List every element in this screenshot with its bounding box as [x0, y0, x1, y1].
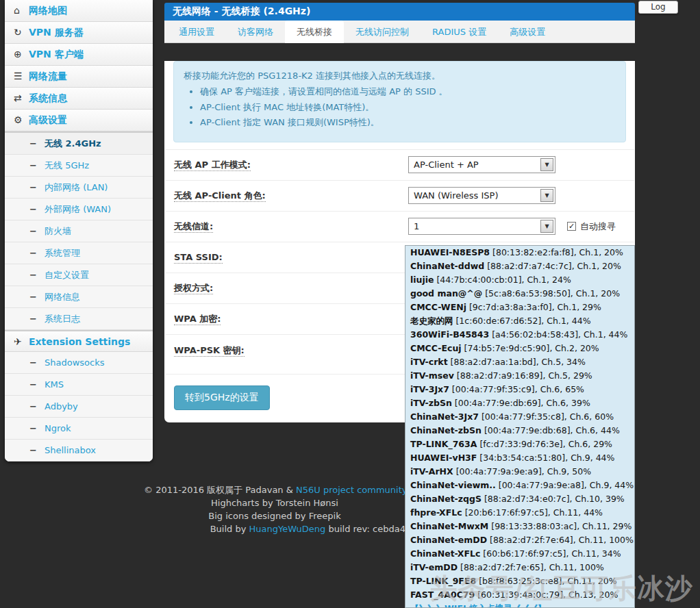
sidebar-item-label: Extension Settings	[29, 336, 130, 347]
tab[interactable]: 访客网络	[226, 21, 285, 42]
wifi-ssid: ChinaNet-zqgS	[410, 494, 482, 504]
wifi-scan-option[interactable]: iTV-ArHX [00:4a:77:9a:9e:a9], Ch.9, 50%	[405, 465, 634, 479]
log-button[interactable]: Log	[638, 1, 678, 14]
sidebar-subitem[interactable]: −系统日志	[5, 308, 153, 330]
channel-value: 1	[414, 221, 419, 231]
sidebar-item[interactable]: ⇄系统信息	[5, 88, 153, 110]
wifi-details: [1c:60:de:67:d6:52], Ch.1, 44%	[453, 316, 591, 326]
wifi-details: [88:a2:d7:2f:7e:64], Ch.11, 100%	[487, 535, 634, 545]
sidebar-subitem-label: 无线 5GHz	[45, 160, 89, 170]
auto-search-checkbox[interactable]: ✓	[567, 222, 576, 231]
sidebar-item[interactable]: ⚙高级设置	[5, 110, 153, 131]
wifi-scan-option[interactable]: FAST_4A0C79 [60:31:39:4a:0c:79], Ch.13, …	[405, 588, 634, 602]
dash-icon: −	[29, 374, 45, 395]
tab[interactable]: 无线桥接	[285, 21, 344, 43]
auto-search-label: 自动搜寻	[580, 220, 616, 233]
wifi-scan-option[interactable]: 老史家的网 [1c:60:de:67:d6:52], Ch.1, 44%	[405, 314, 634, 328]
tab-label: 无线桥接	[297, 27, 332, 37]
sidebar-subitem-label: 外部网络 (WAN)	[45, 204, 111, 214]
wifi-ssid: TP-LINK_9FE8	[410, 576, 476, 586]
wifi-scan-option[interactable]: ChinaNet-MwxM [98:13:33:88:03:ac], Ch.11…	[405, 520, 634, 533]
page-title: 无线网络 - 无线桥接 (2.4GHz)	[164, 3, 635, 21]
sidebar-item-label: 网络地图	[29, 5, 67, 16]
sidebar-subitem[interactable]: −系统管理	[5, 242, 153, 264]
wifi-scan-option[interactable]: iTV-crkt [88:a2:d7:aa:1a:bd], Ch.5, 34%	[405, 355, 634, 369]
wifi-ssid: ChinaNet-3Jx7	[410, 411, 479, 422]
wifi-scan-option[interactable]: ChinaNet-zbSn [00:4a:77:9e:db:68], Ch.6,…	[405, 424, 634, 438]
wifi-scan-option[interactable]: CMCC-Ecuj [74:b5:7e:9d:c5:90], Ch.2, 20%	[405, 342, 634, 355]
wifi-details: [60:31:39:4a:0c:79], Ch.13, 20%	[475, 590, 618, 600]
sta-ssid-label: STA SSID:	[174, 252, 408, 262]
chevron-down-icon[interactable]: ▼	[540, 220, 553, 233]
wifi-scan-option[interactable]: liujie [44:7b:c4:00:cb:01], Ch.1, 24%	[405, 273, 634, 287]
sidebar-subitem[interactable]: −无线 5GHz	[5, 155, 153, 177]
wifi-scan-option[interactable]: good man@^@ [5c:a8:6a:53:98:50], Ch.1, 2…	[405, 287, 634, 301]
sidebar-subitem[interactable]: −Shadowsocks	[5, 352, 153, 374]
wifi-scan-option[interactable]: iTV-msev [88:a2:d7:a9:16:89], Ch.5, 29%	[405, 369, 634, 383]
chevron-down-icon[interactable]: ▼	[540, 158, 553, 171]
wifi-scan-option[interactable]: TP-LINK_763A [fc:d7:33:9d:76:3e], Ch.6, …	[405, 438, 634, 451]
sidebar-subitem[interactable]: −Shellinabox	[5, 440, 153, 461]
sidebar-subitem[interactable]: −防火墙	[5, 220, 153, 242]
tab[interactable]: RADIUS 设置	[421, 21, 498, 42]
sidebar-item[interactable]: ⊕VPN 客户端	[5, 44, 153, 66]
ap-client-role-select[interactable]: WAN (Wireless ISP) ▼	[408, 187, 555, 204]
builder-link[interactable]: HuangYeWuDeng	[249, 524, 326, 534]
sidebar-subitem[interactable]: −外部网络 (WAN)	[5, 199, 153, 220]
wifi-details: [00:4a:77:9f:35:c9], Ch.6, 65%	[449, 384, 584, 394]
sidebar-subitem[interactable]: −网络信息	[5, 286, 153, 308]
sidebar-subitem[interactable]: −Adbyby	[5, 396, 153, 418]
sidebar-subitem-label: 系统管理	[45, 248, 80, 258]
ap-mode-select[interactable]: AP-Client + AP ▼	[408, 156, 555, 173]
wifi-scan-option[interactable]: 360WiFi-B45843 [a4:56:02:b4:58:43], Ch.1…	[405, 328, 634, 342]
wifi-scan-option[interactable]: CMCC-WENj [9c:7d:a3:8a:3a:f0], Ch.1, 29%	[405, 301, 634, 314]
bridge-info-bullet: 确保 AP 客户端连接，请设置相同的信道与远端 AP 的 SSID 。	[200, 84, 616, 99]
sidebar-item[interactable]: ☰网络流量	[5, 66, 153, 88]
sidebar-subitem[interactable]: −Ngrok	[5, 418, 153, 440]
sidebar-subitem[interactable]: −内部网络 (LAN)	[5, 177, 153, 199]
wifi-scan-option[interactable]: ChinaNet-emDD [88:a2:d7:2f:7e:64], Ch.11…	[405, 533, 634, 547]
wifi-rescan-option[interactable]: 【》》》WIFI 接入点搜寻《《《】	[405, 602, 634, 608]
sidebar-subitem[interactable]: −KMS	[5, 374, 153, 396]
wifi-ssid: 360WiFi-B45843	[410, 329, 489, 340]
sidebar-subitem[interactable]: −无线 2.4GHz	[5, 133, 153, 155]
tab[interactable]: 通用设置	[167, 21, 226, 42]
wifi-scan-option[interactable]: iTV-3Jx7 [00:4a:77:9f:35:c9], Ch.6, 65%	[405, 383, 634, 396]
wifi-scan-option[interactable]: HUAWEI-N8ESP8 [80:13:82:e2:fa:f8], Ch.1,…	[405, 246, 634, 259]
wifi-scan-option[interactable]: iTV-zbSn [00:4a:77:9e:db:69], Ch.6, 39%	[405, 396, 634, 410]
sidebar-subitem-label: Adbyby	[45, 401, 78, 411]
channel-label: 无线信道:	[174, 220, 408, 233]
wifi-scan-option[interactable]: ChinaNet-zqgS [88:a2:d7:34:e0:7c], Ch.10…	[405, 492, 634, 506]
dash-icon: −	[29, 396, 45, 417]
sidebar-item[interactable]: ⌂网络地图	[5, 0, 153, 22]
ap-mode-label: 无线 AP 工作模式:	[174, 159, 408, 171]
wifi-ssid: ChinaNet-ddwd	[410, 261, 484, 271]
auto-search-checkbox-wrap[interactable]: ✓ 自动搜寻	[567, 220, 616, 233]
sidebar-subitem[interactable]: −自定义设置	[5, 264, 153, 286]
wifi-scan-option[interactable]: ChinaNet-ddwd [88:a2:d7:a7:4c:7c], Ch.1,…	[405, 259, 634, 273]
form-row-ap-client-role: 无线 AP-Client 角色: WAN (Wireless ISP) ▼	[165, 180, 634, 211]
wifi-scan-option[interactable]: TP-LINK_9FE8 [b8:f8:63:25:3c:e8], Ch.11,…	[405, 574, 634, 588]
tab[interactable]: 高级设置	[498, 21, 557, 42]
chevron-down-icon[interactable]: ▼	[540, 189, 553, 202]
goto-5ghz-settings-button[interactable]: 转到5GHz的设置	[174, 385, 270, 410]
wifi-scan-option[interactable]: iTV-emDD [88:a2:d7:2f:7e:65], Ch.11, 100…	[405, 561, 634, 574]
sidebar-item[interactable]: ↻VPN 服务器	[5, 22, 153, 44]
wifi-ssid: HUAWEI-vH3F	[410, 453, 477, 463]
n56u-community-link[interactable]: N56U project community	[296, 485, 405, 495]
sidebar-item-label: 系统信息	[29, 92, 67, 103]
wifi-scan-option[interactable]: fhpre-XFLc [20:b6:17:6f:97:c5], Ch.11, 4…	[405, 506, 634, 520]
dash-icon: −	[29, 177, 45, 198]
sidebar-item-label: VPN 服务器	[29, 27, 84, 38]
channel-select[interactable]: 1 ▼	[408, 218, 555, 235]
wifi-scan-option[interactable]: ChinaNet-viewm.. [00:4a:77:9a:9e:a8], Ch…	[405, 479, 634, 492]
footer-build: Build by HuangYeWuDeng build rev: cebda4	[144, 522, 405, 535]
tab[interactable]: 无线访问控制	[344, 21, 421, 42]
wifi-scan-option[interactable]: HUAWEI-vH3F [34:b3:54:ca:51:80], Ch.9, 4…	[405, 451, 634, 465]
vpn-server-icon: ↻	[14, 22, 29, 43]
wifi-details: [9c:7d:a3:8a:3a:f0], Ch.1, 29%	[466, 302, 601, 312]
wifi-scan-option[interactable]: ChinaNet-XFLc [60:b6:17:6f:97:c5], Ch.11…	[405, 547, 634, 561]
wifi-scan-option[interactable]: ChinaNet-3Jx7 [00:4a:77:9f:35:c8], Ch.6,…	[405, 410, 634, 424]
sidebar-item-label: 网络流量	[29, 71, 67, 81]
sidebar-item-extension-settings[interactable]: ✈Extension Settings	[5, 330, 153, 352]
